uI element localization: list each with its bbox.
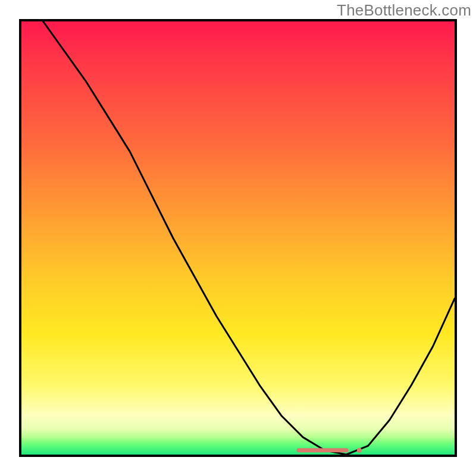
bottleneck-curve-line [43,21,455,455]
watermark-source: TheBottleneck.com [337,1,471,20]
plot-area [19,19,457,457]
optimum-marker-dot [357,448,362,453]
chart-root: TheBottleneck.com [0,0,476,476]
bottleneck-curve [21,21,455,455]
